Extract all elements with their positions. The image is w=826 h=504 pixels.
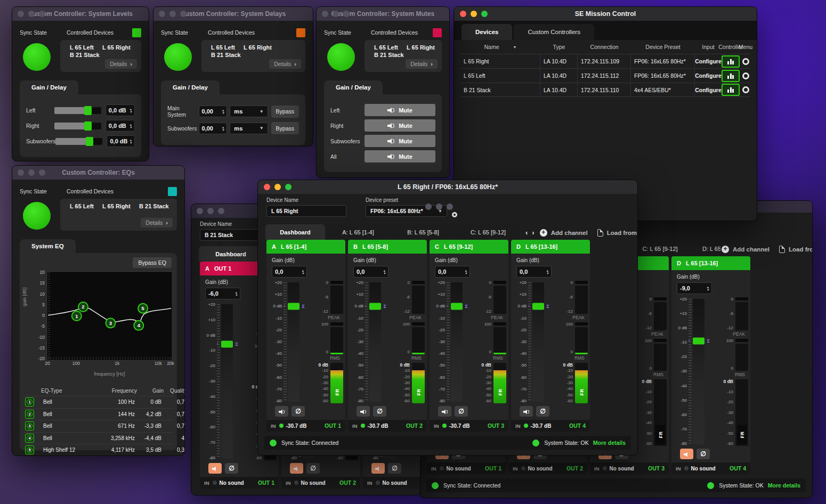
eq-band-handle[interactable]: 2 [78, 302, 88, 312]
configure-button[interactable]: Configure [695, 87, 722, 93]
col-name[interactable]: Name▼ [460, 40, 540, 54]
window-controls[interactable] [425, 204, 453, 210]
titlebar[interactable]: Custom Controller: System Levels [12, 7, 149, 21]
tab-channel-b[interactable]: B: L 65 [5-8] [391, 224, 455, 240]
fader-track[interactable]: ‹ Σ [288, 282, 299, 402]
fader-handle[interactable]: ‹ Σ [288, 303, 299, 310]
table-row[interactable]: L 65 Left LA 10.4D 172.24.115.112 FP06: … [460, 68, 750, 83]
mute-button[interactable]: Mute [365, 135, 435, 147]
titlebar[interactable]: SE Mission Control [454, 7, 757, 21]
titlebar[interactable]: Custom Controller: EQs [12, 166, 184, 180]
zoom-icon[interactable] [218, 208, 224, 214]
delay-spinbox[interactable]: 0,00 ▴▾ [199, 105, 228, 117]
zoom-icon[interactable] [343, 11, 350, 17]
tab-channel-c[interactable]: C: L 65 [9-12] [456, 224, 520, 240]
eq-band-row[interactable]: 2 Bell 144 Hz 4,2 dB 0,7 [23, 408, 174, 420]
bypass-eq-button[interactable]: Bypass EQ [133, 257, 172, 268]
more-details-link[interactable]: More details [593, 440, 626, 446]
gain-spinbox[interactable]: 0,0 ▴▾ [435, 266, 470, 278]
channel-header[interactable]: A L 65 [1-4] [266, 240, 345, 254]
tab-devices[interactable]: Devices [461, 24, 512, 40]
minimize-icon[interactable] [333, 11, 339, 17]
mute-button[interactable] [680, 449, 693, 459]
eq-band-handle[interactable]: 1 [72, 311, 82, 321]
fader-handle[interactable]: ‹ Σ [532, 303, 544, 310]
gain-spinbox[interactable]: 0,0 dB ▴▾ [107, 135, 135, 147]
gain-spinbox[interactable]: 0,0 dB ▴▾ [106, 104, 135, 116]
mute-button[interactable] [208, 463, 222, 474]
channel-header[interactable]: D L 65 [13-16] [511, 240, 590, 254]
close-icon[interactable] [197, 208, 203, 214]
table-row[interactable]: B 21 Stack LA 10.4D 172.24.115.110 4x4 A… [460, 83, 750, 97]
window-controls[interactable] [322, 11, 350, 17]
fader-handle[interactable]: ‹ Σ [369, 303, 381, 310]
close-icon[interactable] [322, 11, 328, 17]
zoom-icon[interactable] [447, 204, 453, 210]
fader-handle[interactable]: ‹ Σ [221, 341, 233, 348]
configure-button[interactable]: Configure [695, 58, 722, 64]
tab-channel-a[interactable]: A: L 65 [1-4] [326, 224, 390, 240]
unit-dropdown[interactable]: ms ▼ [230, 123, 268, 134]
fader-track[interactable]: ‹ Σ [369, 282, 381, 402]
channel-header[interactable]: C L 65 [9-12] [430, 240, 508, 254]
menu-gear-icon[interactable] [742, 86, 749, 93]
menu-gear-icon[interactable] [742, 72, 749, 79]
stepper-arrows-icon[interactable]: ▴▾ [130, 108, 132, 113]
minimize-icon[interactable] [28, 11, 35, 17]
menu-gear-icon[interactable] [742, 58, 749, 65]
gain-spinbox[interactable]: 0,0 ▴▾ [272, 266, 307, 278]
minimize-icon[interactable] [169, 11, 176, 17]
eq-band-handle[interactable]: 5 [138, 304, 148, 313]
window-controls[interactable] [18, 11, 45, 17]
gain-spinbox[interactable]: 0,0 dB ▴▾ [106, 120, 135, 132]
minimize-icon[interactable] [207, 208, 214, 214]
tab-gain-delay[interactable]: Gain / Delay [324, 80, 383, 94]
mute-button[interactable] [290, 463, 303, 474]
close-icon[interactable] [159, 11, 165, 17]
details-button[interactable]: Details› [406, 59, 438, 69]
polarity-button[interactable]: ∅ [388, 463, 401, 474]
close-icon[interactable] [460, 11, 466, 17]
stepper-arrows-icon[interactable]: ▴▾ [384, 269, 385, 274]
col-connection[interactable]: Connection [578, 40, 631, 54]
titlebar[interactable]: Custom Controller: System Mutes [317, 7, 449, 21]
window-controls[interactable] [460, 11, 488, 17]
titlebar[interactable]: L 65 Right / FP06: 16xL65 80Hz* [258, 180, 637, 194]
fader-track[interactable]: ‹ Σ [693, 299, 704, 444]
polarity-button[interactable]: ∅ [306, 463, 320, 474]
polarity-button[interactable]: ∅ [225, 463, 238, 474]
tab-gain-delay[interactable]: Gain / Delay [20, 80, 78, 94]
configure-button[interactable]: Configure [695, 72, 722, 79]
eq-band-badge[interactable]: 4 [25, 434, 34, 443]
mute-button[interactable] [371, 463, 385, 474]
fader-track[interactable]: ‹ Σ [221, 304, 233, 459]
stepper-arrows-icon[interactable]: ▴▾ [707, 286, 709, 291]
polarity-button[interactable]: ∅ [455, 406, 468, 417]
details-button[interactable]: Details› [141, 218, 173, 227]
eq-band-handle[interactable]: 4 [134, 321, 143, 330]
tab-gain-delay[interactable]: Gain / Delay [161, 80, 220, 94]
preset-settings-icon[interactable] [452, 212, 457, 217]
eq-band-badge[interactable]: 2 [25, 410, 34, 419]
tab-system-eq[interactable]: System EQ [20, 239, 76, 253]
eq-band-row[interactable]: 4 Bell 3,258 kHz -4,4 dB 4 [23, 432, 174, 444]
table-row[interactable]: L 65 Right LA 10.4D 172.24.115.109 FP06:… [460, 54, 750, 68]
controller-button[interactable] [722, 55, 740, 68]
tab-scroll-left-icon[interactable]: ‹ [525, 229, 528, 237]
eq-band-row[interactable]: 5 High Shelf 12 4,117 kHz 3,5 dB 0,3 [23, 444, 174, 456]
controller-button[interactable] [722, 70, 740, 82]
stepper-arrows-icon[interactable]: ▴▾ [302, 269, 304, 274]
zoom-icon[interactable] [180, 11, 187, 17]
polarity-button[interactable]: ∅ [536, 406, 549, 417]
stepper-arrows-icon[interactable]: ▴▾ [222, 109, 224, 114]
load-from-file-button[interactable]: Load from file [597, 229, 638, 237]
tab-channel-d[interactable]: D: L 65 [13-16] [697, 241, 720, 256]
bypass-button[interactable]: Bypass [271, 105, 299, 118]
tab-scroll-right-icon[interactable]: › [532, 229, 534, 237]
tab-custom-controllers[interactable]: Custom Controllers [514, 24, 594, 40]
stepper-arrows-icon[interactable]: ▴▾ [130, 123, 132, 128]
slider-knob[interactable] [84, 106, 92, 115]
mute-button[interactable] [520, 406, 533, 417]
details-button[interactable]: Details› [105, 59, 137, 69]
close-icon[interactable] [425, 204, 432, 210]
